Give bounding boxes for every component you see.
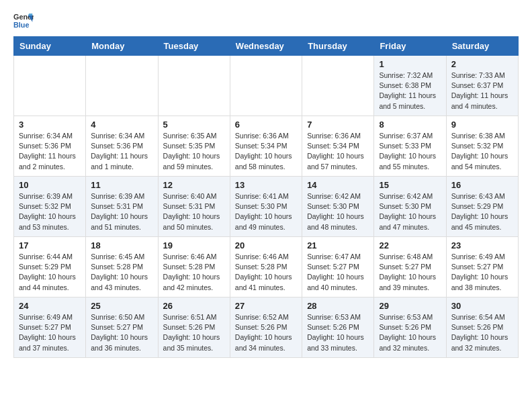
logo: General Blue xyxy=(13,11,34,31)
day-info: Sunrise: 6:42 AM Sunset: 5:30 PM Dayligh… xyxy=(379,191,441,232)
page-header: General Blue xyxy=(0,0,532,36)
day-info: Sunrise: 6:40 AM Sunset: 5:31 PM Dayligh… xyxy=(163,191,225,232)
calendar-cell: 28Sunrise: 6:53 AM Sunset: 5:26 PM Dayli… xyxy=(302,298,374,358)
col-header-saturday: Saturday xyxy=(446,37,518,56)
calendar-cell: 4Sunrise: 6:34 AM Sunset: 5:36 PM Daylig… xyxy=(86,116,158,177)
day-info: Sunrise: 6:43 AM Sunset: 5:29 PM Dayligh… xyxy=(451,191,513,232)
day-info: Sunrise: 7:33 AM Sunset: 6:37 PM Dayligh… xyxy=(451,71,513,111)
day-number: 30 xyxy=(451,301,513,311)
week-row: 1Sunrise: 7:32 AM Sunset: 6:38 PM Daylig… xyxy=(14,56,519,116)
day-info: Sunrise: 6:39 AM Sunset: 5:31 PM Dayligh… xyxy=(91,191,152,232)
calendar-cell: 19Sunrise: 6:46 AM Sunset: 5:28 PM Dayli… xyxy=(158,237,230,298)
day-number: 27 xyxy=(235,301,297,311)
calendar-cell xyxy=(230,56,302,116)
day-info: Sunrise: 6:46 AM Sunset: 5:28 PM Dayligh… xyxy=(163,252,225,293)
day-info: Sunrise: 6:48 AM Sunset: 5:27 PM Dayligh… xyxy=(379,252,441,293)
calendar-cell: 10Sunrise: 6:39 AM Sunset: 5:32 PM Dayli… xyxy=(14,177,86,237)
calendar-cell: 7Sunrise: 6:36 AM Sunset: 5:34 PM Daylig… xyxy=(302,116,374,177)
day-number: 3 xyxy=(19,120,81,130)
day-info: Sunrise: 6:36 AM Sunset: 5:34 PM Dayligh… xyxy=(235,131,297,172)
day-number: 6 xyxy=(235,120,297,130)
day-info: Sunrise: 6:38 AM Sunset: 5:32 PM Dayligh… xyxy=(451,131,513,172)
day-info: Sunrise: 6:49 AM Sunset: 5:27 PM Dayligh… xyxy=(451,252,513,293)
calendar-cell: 8Sunrise: 6:37 AM Sunset: 5:33 PM Daylig… xyxy=(374,116,446,177)
calendar-cell: 26Sunrise: 6:51 AM Sunset: 5:26 PM Dayli… xyxy=(158,298,230,358)
col-header-tuesday: Tuesday xyxy=(158,37,230,56)
day-info: Sunrise: 6:54 AM Sunset: 5:26 PM Dayligh… xyxy=(451,312,513,353)
calendar-cell: 29Sunrise: 6:53 AM Sunset: 5:26 PM Dayli… xyxy=(374,298,446,358)
calendar-cell: 27Sunrise: 6:52 AM Sunset: 5:26 PM Dayli… xyxy=(230,298,302,358)
calendar-cell: 24Sunrise: 6:49 AM Sunset: 5:27 PM Dayli… xyxy=(14,298,86,358)
day-number: 22 xyxy=(379,240,441,250)
day-number: 19 xyxy=(163,240,225,250)
day-number: 25 xyxy=(91,301,152,311)
week-row: 3Sunrise: 6:34 AM Sunset: 5:36 PM Daylig… xyxy=(14,116,519,177)
col-header-thursday: Thursday xyxy=(302,37,374,56)
calendar-cell: 15Sunrise: 6:42 AM Sunset: 5:30 PM Dayli… xyxy=(374,177,446,237)
day-number: 10 xyxy=(19,180,81,190)
calendar-cell: 3Sunrise: 6:34 AM Sunset: 5:36 PM Daylig… xyxy=(14,116,86,177)
calendar-cell: 22Sunrise: 6:48 AM Sunset: 5:27 PM Dayli… xyxy=(374,237,446,298)
calendar-cell xyxy=(158,56,230,116)
day-info: Sunrise: 6:34 AM Sunset: 5:36 PM Dayligh… xyxy=(19,131,81,172)
day-info: Sunrise: 6:41 AM Sunset: 5:30 PM Dayligh… xyxy=(235,191,297,232)
day-number: 28 xyxy=(307,301,369,311)
calendar-cell: 25Sunrise: 6:50 AM Sunset: 5:27 PM Dayli… xyxy=(86,298,158,358)
day-info: Sunrise: 6:44 AM Sunset: 5:29 PM Dayligh… xyxy=(19,252,81,293)
day-info: Sunrise: 6:34 AM Sunset: 5:36 PM Dayligh… xyxy=(91,131,152,172)
day-number: 11 xyxy=(91,180,152,190)
day-number: 17 xyxy=(19,240,81,250)
day-number: 9 xyxy=(451,120,513,130)
logo-icon: General Blue xyxy=(13,11,34,31)
calendar-cell: 18Sunrise: 6:45 AM Sunset: 5:28 PM Dayli… xyxy=(86,237,158,298)
calendar-cell: 20Sunrise: 6:46 AM Sunset: 5:28 PM Dayli… xyxy=(230,237,302,298)
day-number: 1 xyxy=(379,59,441,69)
day-info: Sunrise: 6:37 AM Sunset: 5:33 PM Dayligh… xyxy=(379,131,441,172)
day-number: 14 xyxy=(307,180,369,190)
calendar-cell: 5Sunrise: 6:35 AM Sunset: 5:35 PM Daylig… xyxy=(158,116,230,177)
week-row: 24Sunrise: 6:49 AM Sunset: 5:27 PM Dayli… xyxy=(14,298,519,358)
day-number: 8 xyxy=(379,120,441,130)
calendar-cell xyxy=(14,56,86,116)
day-info: Sunrise: 6:53 AM Sunset: 5:26 PM Dayligh… xyxy=(307,312,369,353)
calendar-cell: 11Sunrise: 6:39 AM Sunset: 5:31 PM Dayli… xyxy=(86,177,158,237)
day-info: Sunrise: 6:53 AM Sunset: 5:26 PM Dayligh… xyxy=(379,312,441,353)
day-number: 18 xyxy=(91,240,152,250)
col-header-wednesday: Wednesday xyxy=(230,37,302,56)
day-number: 26 xyxy=(163,301,225,311)
calendar-cell xyxy=(302,56,374,116)
day-number: 4 xyxy=(91,120,152,130)
day-info: Sunrise: 6:35 AM Sunset: 5:35 PM Dayligh… xyxy=(163,131,225,172)
day-info: Sunrise: 6:46 AM Sunset: 5:28 PM Dayligh… xyxy=(235,252,297,293)
day-number: 7 xyxy=(307,120,369,130)
week-row: 17Sunrise: 6:44 AM Sunset: 5:29 PM Dayli… xyxy=(14,237,519,298)
day-number: 16 xyxy=(451,180,513,190)
calendar-cell xyxy=(86,56,158,116)
day-number: 5 xyxy=(163,120,225,130)
day-info: Sunrise: 6:42 AM Sunset: 5:30 PM Dayligh… xyxy=(307,191,369,232)
calendar-cell: 16Sunrise: 6:43 AM Sunset: 5:29 PM Dayli… xyxy=(446,177,518,237)
day-number: 24 xyxy=(19,301,81,311)
day-number: 20 xyxy=(235,240,297,250)
calendar-table: SundayMondayTuesdayWednesdayThursdayFrid… xyxy=(13,36,519,358)
day-info: Sunrise: 6:47 AM Sunset: 5:27 PM Dayligh… xyxy=(307,252,369,293)
calendar-cell: 30Sunrise: 6:54 AM Sunset: 5:26 PM Dayli… xyxy=(446,298,518,358)
day-number: 2 xyxy=(451,59,513,69)
day-info: Sunrise: 6:50 AM Sunset: 5:27 PM Dayligh… xyxy=(91,312,152,353)
calendar-cell: 9Sunrise: 6:38 AM Sunset: 5:32 PM Daylig… xyxy=(446,116,518,177)
calendar-cell: 13Sunrise: 6:41 AM Sunset: 5:30 PM Dayli… xyxy=(230,177,302,237)
day-number: 12 xyxy=(163,180,225,190)
header-row: SundayMondayTuesdayWednesdayThursdayFrid… xyxy=(14,37,519,56)
col-header-sunday: Sunday xyxy=(14,37,86,56)
svg-text:Blue: Blue xyxy=(13,21,29,29)
calendar-cell: 23Sunrise: 6:49 AM Sunset: 5:27 PM Dayli… xyxy=(446,237,518,298)
day-info: Sunrise: 6:39 AM Sunset: 5:32 PM Dayligh… xyxy=(19,191,81,232)
day-info: Sunrise: 6:52 AM Sunset: 5:26 PM Dayligh… xyxy=(235,312,297,353)
calendar-cell: 6Sunrise: 6:36 AM Sunset: 5:34 PM Daylig… xyxy=(230,116,302,177)
day-info: Sunrise: 7:32 AM Sunset: 6:38 PM Dayligh… xyxy=(379,71,441,111)
calendar-cell: 14Sunrise: 6:42 AM Sunset: 5:30 PM Dayli… xyxy=(302,177,374,237)
week-row: 10Sunrise: 6:39 AM Sunset: 5:32 PM Dayli… xyxy=(14,177,519,237)
calendar-cell: 21Sunrise: 6:47 AM Sunset: 5:27 PM Dayli… xyxy=(302,237,374,298)
day-number: 29 xyxy=(379,301,441,311)
day-number: 21 xyxy=(307,240,369,250)
